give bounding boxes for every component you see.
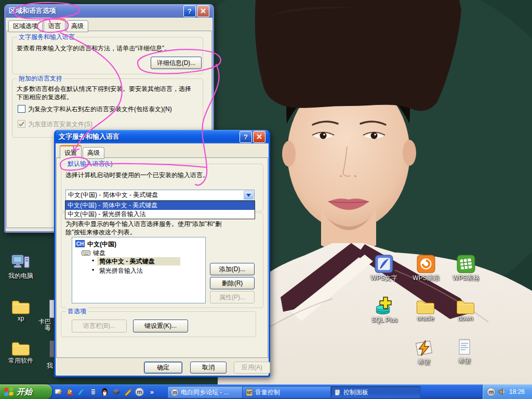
tray-volume-icon[interactable]: [498, 388, 506, 396]
notepad-icon: [456, 338, 473, 356]
desktop-screen: 我的电脑 xp 常用软件 卡巴 毒 我 WPS文字: [0, 0, 532, 399]
properties-button: 属性(P)...: [210, 291, 255, 303]
checkbox-complex-label: 为复杂文字和从右到左的语言安装文件(包括泰文)(N): [28, 105, 172, 114]
system-tray: m 18:26: [482, 384, 532, 399]
supplemental-desc-2: 下面相应的复选框。: [17, 93, 73, 102]
language-dropdown-list: 中文(中国) - 简体中文 - 美式键盘 中文(中国) - 紫光拼音输入法: [65, 201, 255, 219]
tab-languages[interactable]: 语言: [44, 18, 65, 32]
dialog2-titlebar[interactable]: 文字服务和输入语言 ?: [56, 130, 269, 143]
ok-button[interactable]: 确定: [144, 362, 182, 374]
text-services-desc: 要查看用来输入文字的语言和方法，请单击“详细信息”。: [17, 44, 170, 53]
start-label: 开始: [17, 387, 32, 397]
maxthon-icon: m: [171, 389, 179, 396]
quicklaunch-maxthon-icon[interactable]: m: [135, 387, 144, 396]
icon-label: WPS表格: [453, 274, 479, 283]
icon-label: WPS演示: [413, 274, 439, 283]
keyboard-icon: [82, 250, 90, 256]
quicklaunch-flashget-icon[interactable]: [77, 387, 86, 396]
tab-settings[interactable]: 设置: [60, 145, 82, 159]
help-button[interactable]: ?: [240, 131, 252, 143]
group-text-services: 文字服务和输入语言 要查看用来输入文字的语言和方法，请单击“详细信息”。 详细信…: [12, 37, 203, 74]
task-label: 电白同乡论坛 - ...: [181, 388, 229, 397]
taskbar-button-volume-control[interactable]: 音量控制: [242, 386, 334, 398]
supplemental-desc-1: 大多数语言都会在默认情况下得到安装。要安装其他语言，选择: [17, 85, 191, 94]
dialog2-tab-page: 默认输入语言(L) 选择计算机启动时要使用的一个已安装的输入语言。 中文(中国)…: [56, 157, 268, 358]
wps-presentation-icon: [417, 255, 435, 273]
taskbar-button-control-panel[interactable]: 控制面板: [330, 386, 421, 398]
dialog2-title: 文字服务和输入语言: [59, 132, 119, 141]
desktop-icon-winamp[interactable]: 希望: [404, 339, 444, 367]
dropdown-option[interactable]: 中文(中国) - 紫光拼音输入法: [65, 210, 255, 219]
tab-regional-options[interactable]: 区域选项: [8, 20, 43, 32]
group-title: 默认输入语言(L): [66, 160, 114, 167]
quicklaunch-qq-icon[interactable]: [100, 387, 109, 396]
close-icon[interactable]: [253, 131, 265, 143]
apply-button: 应用(A): [234, 362, 270, 374]
chevron-down-icon[interactable]: [244, 191, 254, 200]
checkbox-east-asian: [18, 120, 25, 128]
wps-spreadsheet-icon: [457, 255, 475, 273]
folder-icon: [456, 298, 475, 314]
service-item-selected[interactable]: 简体中文 - 美式键盘: [99, 257, 155, 266]
bullet: •: [92, 257, 94, 264]
checkbox-complex-scripts[interactable]: [18, 105, 25, 113]
desktop-icon-oracle-folder[interactable]: oracle: [406, 298, 445, 322]
add-button[interactable]: 添加(D)...: [210, 263, 255, 275]
lightning-icon: [414, 339, 434, 357]
quicklaunch-show-desktop-icon[interactable]: [54, 387, 63, 396]
tray-maxthon-icon[interactable]: m: [487, 388, 496, 396]
dialog1-titlebar[interactable]: 区域和语言选项 ?: [6, 4, 212, 18]
icon-label: xp: [18, 315, 24, 322]
bullet: •: [92, 267, 94, 274]
default-language-combobox[interactable]: 中文(中国) - 简体中文 - 美式键盘: [65, 190, 255, 201]
services-desc-1: 为列表中显示的每个输入语言选择服务。使用“添加”和“删: [65, 220, 221, 229]
installed-services-listbox[interactable]: CH 中文(中国) 键盘 • 简体中文 - 美式键盘 • 紫光拼音输入法: [72, 237, 206, 303]
icon-label-partial: 毒: [45, 324, 51, 332]
quicklaunch-media-viewer-icon[interactable]: [65, 387, 74, 396]
desktop-icon-down-folder[interactable]: down: [446, 298, 485, 322]
dropdown-option-selected[interactable]: 中文(中国) - 简体中文 - 美式键盘: [65, 201, 255, 210]
tab-advanced[interactable]: 高级: [66, 20, 88, 32]
desktop-icon-wps-presentation[interactable]: WPS演示: [406, 255, 446, 283]
key-settings-button[interactable]: 键设置(K)...: [133, 320, 188, 332]
icon-label: SQL Plus: [371, 316, 397, 324]
icon-label: 希望: [458, 357, 471, 366]
group-title: 附加的语言支持: [17, 75, 64, 82]
icon-label: WPS文字: [370, 274, 397, 283]
checkbox-east-asian-label: 为东亚语言安装文件(S): [28, 120, 92, 129]
icon-label: down: [458, 315, 473, 322]
language-bar-button: 语言栏(B)...: [72, 320, 127, 332]
quicklaunch-cube-icon[interactable]: [112, 387, 121, 396]
desktop-icon-sql-plus[interactable]: SQL Plus: [365, 296, 404, 324]
tab-advanced[interactable]: 高级: [83, 147, 104, 159]
icon-label: oracle: [417, 315, 434, 322]
desktop-icon-wps-spreadsheet[interactable]: WPS表格: [446, 255, 486, 283]
icon-label: 常用软件: [8, 356, 33, 365]
help-button[interactable]: ?: [183, 5, 196, 17]
desktop-icon-wps-writer[interactable]: WPS文字: [364, 255, 404, 283]
windows-logo-icon: [4, 387, 14, 397]
close-icon[interactable]: [197, 5, 209, 17]
folder-icon: [11, 340, 31, 356]
icon-label-partial: 我: [47, 362, 53, 370]
cancel-button[interactable]: 取消: [190, 362, 227, 374]
desktop-icon-common-software-folder[interactable]: 常用软件: [1, 340, 41, 365]
desktop-icon-notepad-file[interactable]: 希望: [445, 338, 484, 366]
language-name: 中文(中国): [87, 240, 116, 249]
remove-button[interactable]: 删除(R): [210, 277, 255, 289]
tray-clock[interactable]: 18:26: [509, 388, 525, 395]
start-button[interactable]: 开始: [0, 384, 52, 399]
service-item[interactable]: 紫光拼音输入法: [99, 267, 143, 275]
volume-mixer-icon: [246, 389, 253, 396]
desktop-icon-my-computer[interactable]: 我的电脑: [1, 254, 41, 281]
quicklaunch-app-blue-icon[interactable]: [89, 387, 98, 396]
details-button[interactable]: 详细信息(D)...: [151, 57, 202, 69]
quicklaunch-overflow-chevron[interactable]: »: [148, 387, 156, 396]
task-label: 控制面板: [343, 388, 368, 397]
dialog-text-services-input-languages: 文字服务和输入语言 ? 设置 高级 默认输入语言(L) 选择计算机启动时要使用的…: [54, 130, 270, 377]
taskbar: 开始 m » m 电白同乡论坛: [0, 384, 532, 399]
quicklaunch-brush-icon[interactable]: [124, 387, 132, 396]
control-panel-icon: [334, 389, 341, 396]
desktop-icon-xp-folder[interactable]: xp: [1, 298, 41, 322]
taskbar-button-forum[interactable]: m 电白同乡论坛 - ...: [167, 386, 245, 398]
